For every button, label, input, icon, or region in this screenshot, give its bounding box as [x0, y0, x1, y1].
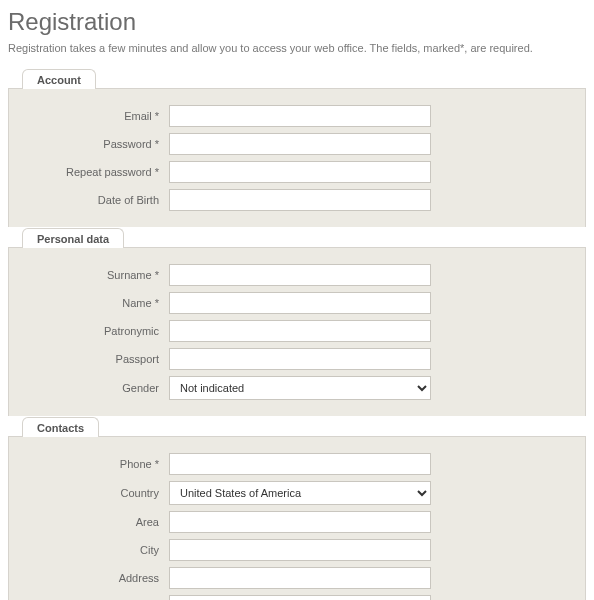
label-name: Name * [19, 297, 169, 309]
label-patronymic: Patronymic [19, 325, 169, 337]
section-account: Email * Password * Repeat password * Dat… [8, 88, 586, 227]
name-field[interactable] [169, 292, 431, 314]
password-field[interactable] [169, 133, 431, 155]
label-repeat-password: Repeat password * [19, 166, 169, 178]
surname-field[interactable] [169, 264, 431, 286]
label-passport: Passport [19, 353, 169, 365]
label-phone: Phone * [19, 458, 169, 470]
gender-select[interactable]: Not indicated [169, 376, 431, 400]
label-dob: Date of Birth [19, 194, 169, 206]
label-password: Password * [19, 138, 169, 150]
section-contacts: Phone * Country United States of America… [8, 436, 586, 600]
intro-text: Registration takes a few minutes and all… [8, 42, 586, 54]
area-field[interactable] [169, 511, 431, 533]
section-tab-contacts: Contacts [22, 417, 99, 437]
city-field[interactable] [169, 539, 431, 561]
country-select[interactable]: United States of America [169, 481, 431, 505]
section-tab-account: Account [22, 69, 96, 89]
address-field[interactable] [169, 567, 431, 589]
page-title: Registration [8, 8, 586, 36]
label-gender: Gender [19, 382, 169, 394]
passport-field[interactable] [169, 348, 431, 370]
patronymic-field[interactable] [169, 320, 431, 342]
dob-field[interactable] [169, 189, 431, 211]
label-city: City [19, 544, 169, 556]
section-personal: Surname * Name * Patronymic Passport Gen… [8, 247, 586, 416]
label-area: Area [19, 516, 169, 528]
email-field[interactable] [169, 105, 431, 127]
label-address: Address [19, 572, 169, 584]
phone-field[interactable] [169, 453, 431, 475]
repeat-password-field[interactable] [169, 161, 431, 183]
section-tab-personal: Personal data [22, 228, 124, 248]
postcode-field[interactable] [169, 595, 431, 600]
label-surname: Surname * [19, 269, 169, 281]
label-country: Country [19, 487, 169, 499]
label-email: Email * [19, 110, 169, 122]
